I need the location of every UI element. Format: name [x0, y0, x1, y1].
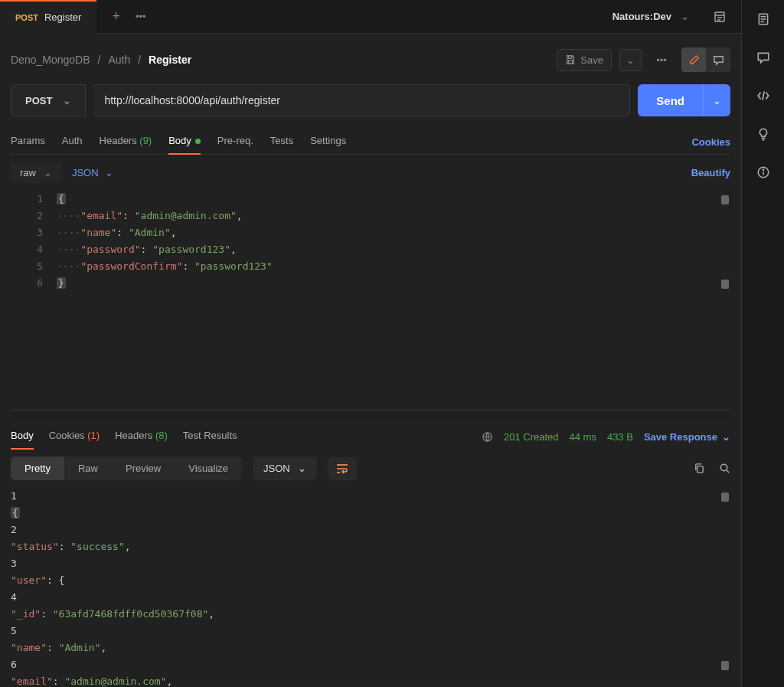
- tab-title: Register: [44, 11, 81, 23]
- svg-rect-5: [569, 61, 573, 64]
- breadcrumb-sep: /: [138, 54, 141, 66]
- tab-register[interactable]: POST Register: [0, 0, 96, 34]
- tab-more-icon[interactable]: •••: [136, 11, 146, 22]
- new-tab-button[interactable]: +: [112, 8, 120, 25]
- body-format-select[interactable]: JSON ⌄: [72, 167, 113, 178]
- breadcrumb-sep: /: [98, 54, 101, 66]
- copy-icon[interactable]: [694, 463, 705, 474]
- response-status: 201 Created: [504, 431, 559, 443]
- svg-point-18: [763, 169, 763, 170]
- chevron-down-icon: ⌄: [105, 167, 113, 178]
- tab-auth[interactable]: Auth: [62, 130, 83, 154]
- resp-tab-body[interactable]: Body: [11, 425, 34, 449]
- tab-body[interactable]: Body: [168, 130, 201, 154]
- pane-resize-handle[interactable]: [11, 410, 730, 417]
- tab-method: POST: [15, 13, 38, 22]
- edit-mode-icon[interactable]: [681, 47, 706, 72]
- method-select[interactable]: POST ⌄: [11, 84, 86, 116]
- send-dropdown[interactable]: ⌄: [703, 84, 730, 116]
- response-time: 44 ms: [570, 431, 596, 443]
- documentation-icon[interactable]: [756, 12, 770, 26]
- environment-quicklook-icon[interactable]: [714, 11, 726, 23]
- tab-params[interactable]: Params: [11, 130, 45, 154]
- resp-tab-test-results[interactable]: Test Results: [183, 425, 237, 449]
- url-input[interactable]: [93, 84, 630, 116]
- send-button[interactable]: Send: [638, 84, 703, 116]
- tab-settings[interactable]: Settings: [310, 130, 346, 154]
- code-icon[interactable]: [756, 89, 770, 103]
- beautify-button[interactable]: Beautify: [691, 167, 730, 178]
- wrap-lines-button[interactable]: [328, 457, 357, 480]
- chevron-down-icon: ⌄: [722, 431, 730, 443]
- response-body-viewer[interactable]: 1{2 "status": "success",3 "user": {4 "_i…: [11, 488, 730, 687]
- tabbar: POST Register + ••• Natours:Dev ⌄: [0, 0, 741, 34]
- request-tabs: Params Auth Headers (9) Body Pre-req. Te…: [11, 130, 730, 155]
- request-body-editor[interactable]: 1{2····"email": "admin@admin.com",3····"…: [11, 191, 730, 410]
- seg-visualize[interactable]: Visualize: [175, 456, 242, 480]
- tab-prereq[interactable]: Pre-req.: [217, 130, 253, 154]
- breadcrumb-item[interactable]: Deno_MongoDB: [11, 54, 90, 66]
- comments-icon[interactable]: [756, 51, 770, 64]
- lightbulb-icon[interactable]: [756, 127, 770, 141]
- body-type-select[interactable]: raw ⌄: [11, 162, 61, 183]
- response-format-select[interactable]: JSON ⌄: [253, 456, 317, 480]
- svg-rect-9: [697, 466, 704, 473]
- svg-line-11: [727, 470, 729, 473]
- breadcrumb-item[interactable]: Auth: [108, 54, 130, 66]
- body-dirty-dot-icon: [195, 139, 201, 144]
- method-label: POST: [25, 95, 52, 106]
- more-icon[interactable]: •••: [649, 47, 674, 72]
- response-size: 433 B: [607, 431, 633, 443]
- search-icon[interactable]: [719, 463, 730, 474]
- seg-raw[interactable]: Raw: [64, 456, 112, 480]
- response-view-segment: Pretty Raw Preview Visualize: [11, 456, 242, 480]
- seg-pretty[interactable]: Pretty: [11, 456, 64, 480]
- svg-rect-4: [569, 56, 572, 59]
- save-dropdown[interactable]: ⌄: [619, 49, 642, 71]
- network-icon[interactable]: [482, 431, 493, 443]
- resp-tab-headers[interactable]: Headers (8): [115, 425, 168, 449]
- right-rail: [741, 0, 784, 687]
- chevron-down-icon: ⌄: [298, 463, 306, 474]
- environment-name[interactable]: Natours:Dev: [612, 11, 671, 22]
- resp-tab-cookies[interactable]: Cookies (1): [49, 425, 100, 449]
- save-button[interactable]: Save: [557, 49, 612, 71]
- chevron-down-icon: ⌄: [63, 95, 71, 106]
- comment-mode-icon[interactable]: [706, 47, 730, 72]
- breadcrumb-item-active[interactable]: Register: [149, 54, 191, 66]
- chevron-down-icon[interactable]: ⌄: [681, 11, 689, 22]
- breadcrumb: Deno_MongoDB / Auth / Register: [11, 54, 191, 66]
- save-response-button[interactable]: Save Response ⌄: [644, 431, 730, 443]
- save-label: Save: [580, 54, 603, 66]
- tab-tests[interactable]: Tests: [270, 130, 293, 154]
- seg-preview[interactable]: Preview: [112, 456, 175, 480]
- chevron-down-icon: ⌄: [44, 167, 52, 178]
- svg-point-10: [720, 464, 727, 470]
- info-icon[interactable]: [756, 165, 770, 179]
- cookies-link[interactable]: Cookies: [691, 136, 730, 148]
- tab-headers[interactable]: Headers (9): [100, 130, 152, 154]
